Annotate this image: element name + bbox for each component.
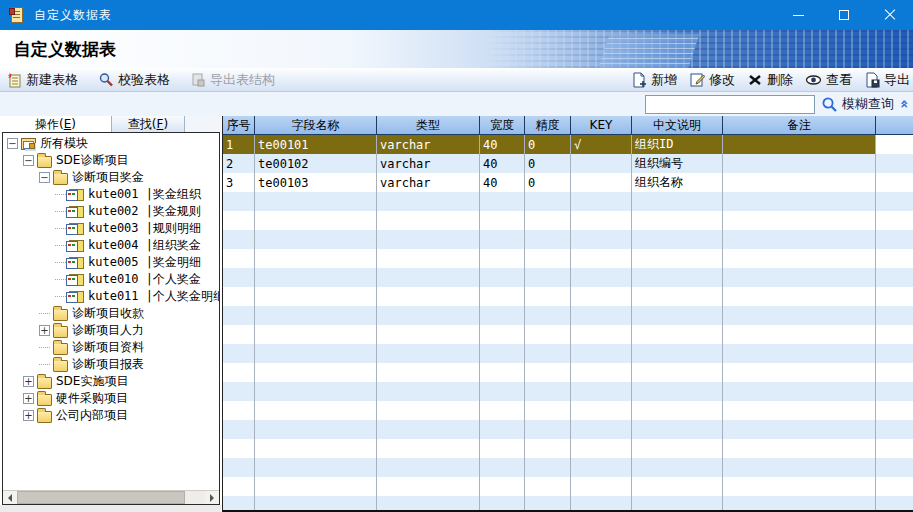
cell [223,458,255,477]
cell [632,401,723,420]
minimize-button[interactable] [775,0,821,30]
tree-item-3[interactable]: kute001 |奖金组织 [3,186,219,203]
tree-item-10[interactable]: 诊断项目收款 [3,305,219,322]
table-filler-row [223,325,913,344]
cell [571,496,632,512]
column-header-5[interactable]: KEY [571,116,632,135]
tree-item-9[interactable]: kute011 |个人奖金明细 [3,288,219,305]
tree-item-16[interactable]: +公司内部项目 [3,407,219,424]
tab-operate[interactable]: 操作(E) [0,116,112,132]
tree-item-11[interactable]: +诊断项目人力 [3,322,219,339]
view-button[interactable]: 查看 [805,71,852,89]
tree-connector [55,296,66,297]
tree-item-1[interactable]: −SDE诊断项目 [3,152,219,169]
tree-item-13[interactable]: 诊断项目报表 [3,356,219,373]
close-button[interactable] [867,0,913,30]
fuzzy-query-label: 模糊查询 [842,95,894,113]
collapse-toggle-icon[interactable]: − [7,138,18,149]
tree-item-5[interactable]: kute003 |规则明细 [3,220,219,237]
search-input[interactable] [645,95,815,114]
collapse-search-icon[interactable]: « [897,99,911,108]
table-row-2[interactable]: 3te00103varchar400组织名称 [223,173,913,192]
cell [723,363,876,382]
scroll-right-icon[interactable] [205,491,219,504]
cell [377,363,480,382]
table-row-0[interactable]: 1te00101varchar400√组织ID [223,135,913,154]
cell [223,249,255,268]
cell: varchar [377,154,480,173]
expand-toggle-icon[interactable]: + [39,325,50,336]
table-icon [69,274,84,286]
table-filler-row [223,420,913,439]
tree-item-7[interactable]: kute005 |奖金明细 [3,254,219,271]
table-filler-row [223,287,913,306]
cell [723,135,876,154]
cell [876,192,913,211]
cell [632,458,723,477]
tab-find[interactable]: 查找(F) [112,116,185,132]
expand-toggle-icon[interactable]: + [23,393,34,404]
column-header-4[interactable]: 精度 [525,116,571,135]
tree-item-4[interactable]: kute002 |奖金规则 [3,203,219,220]
cell [255,439,377,458]
expand-toggle-icon[interactable]: + [23,410,34,421]
column-header-1[interactable]: 字段名称 [255,116,377,135]
tree-item-0[interactable]: −所有模块 [3,135,219,152]
new-table-button[interactable]: 新建表格 [6,71,78,89]
cell [377,382,480,401]
cell [876,325,913,344]
modify-button[interactable]: 修改 [689,71,735,89]
table-row-1[interactable]: 2te00102varchar400组织编号 [223,154,913,173]
cell [876,268,913,287]
folder-icon [37,411,52,423]
search-icon [821,96,838,113]
cell [876,439,913,458]
export-icon [864,72,880,88]
cell [632,363,723,382]
collapse-toggle-icon[interactable]: − [39,172,50,183]
column-header-6[interactable]: 中文说明 [632,116,723,135]
tree-item-2[interactable]: −诊断项目奖金 [3,169,219,186]
maximize-button[interactable] [821,0,867,30]
tree-item-label: kute005 |奖金明细 [88,254,201,271]
cell [480,325,525,344]
tree-horizontal-scrollbar[interactable] [3,490,219,504]
cell [525,249,571,268]
export-button[interactable]: 导出 [864,71,910,89]
export-structure-button[interactable]: 导出表结构 [190,71,275,89]
tree-item-14[interactable]: +SDE实施项目 [3,373,219,390]
table-icon [69,223,84,235]
collapse-toggle-icon[interactable]: − [23,155,34,166]
fuzzy-query-button[interactable]: 模糊查询 [821,95,894,113]
cell [223,287,255,306]
add-button[interactable]: 新增 [631,71,677,89]
delete-button[interactable]: 删除 [747,71,793,89]
column-header-3[interactable]: 宽度 [480,116,525,135]
cell [632,287,723,306]
column-header-2[interactable]: 类型 [377,116,480,135]
column-header-7[interactable]: 备注 [723,116,876,135]
column-header-0[interactable]: 序号 [223,116,255,135]
column-header-filler[interactable] [876,116,913,135]
cell [525,496,571,512]
cell [377,192,480,211]
table-filler-row [223,192,913,211]
tree-item-8[interactable]: kute010 |个人奖金 [3,271,219,288]
scroll-left-icon[interactable] [3,491,17,504]
tree-item-15[interactable]: +硬件采购项目 [3,390,219,407]
cell [480,249,525,268]
tree-item-6[interactable]: kute004 |组织奖金 [3,237,219,254]
folder-icon [37,156,52,168]
cell [525,439,571,458]
cell [876,420,913,439]
cell [525,458,571,477]
table-icon [69,291,84,303]
tree-item-12[interactable]: 诊断项目资料 [3,339,219,356]
validate-table-button[interactable]: 校验表格 [98,71,170,89]
title-bar: 自定义数据表 [0,0,913,30]
cell [571,344,632,363]
cell: te00103 [255,173,377,192]
cell [632,325,723,344]
expand-toggle-icon[interactable]: + [23,376,34,387]
scrollbar-thumb[interactable] [17,491,185,504]
